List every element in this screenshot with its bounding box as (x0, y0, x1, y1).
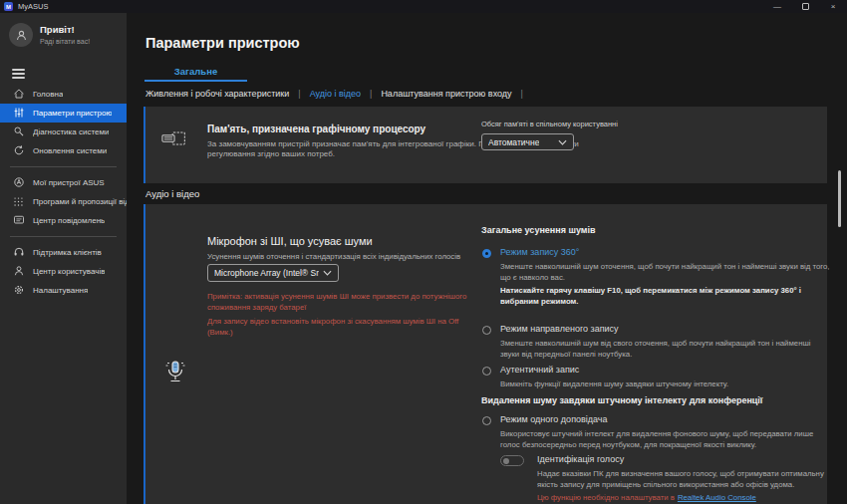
tab-general[interactable]: Загальне (144, 66, 247, 77)
minimize-button[interactable]: — (763, 0, 791, 13)
subnav-audio-video[interactable]: Аудіо і відео (310, 89, 361, 99)
mic-ai-title: Мікрофон зі ШІ, що усуває шуми (207, 235, 373, 247)
memory-card: Пам'ять, призначена графічному процесору… (143, 107, 827, 183)
apps-grid-icon (12, 195, 25, 208)
radio-directional-recording[interactable] (482, 326, 491, 335)
mic-video-note: Для запису відео встановіть мікрофон зі … (207, 317, 474, 338)
subnav-input-device[interactable]: Налаштування пристрою входу (381, 89, 511, 99)
app-title: MyASUS (18, 2, 48, 11)
sidebar-item-label: Центр користувачів (33, 267, 105, 276)
person-icon (12, 265, 25, 278)
audio-video-card: Мікрофон зі ШІ, що усуває шуми Усунення … (143, 204, 827, 504)
subnav-separator: | (298, 89, 300, 99)
sidebar-item-label: Центр повідомлень (33, 216, 105, 225)
greeting-title: Привіт! (40, 24, 90, 36)
sidebar-item-home[interactable]: Головна (0, 85, 127, 104)
vertical-scrollbar[interactable] (838, 170, 841, 227)
subnav: Живлення і робочі характеристики | Аудіо… (145, 89, 532, 99)
sidebar-item-label: Налаштування (33, 286, 88, 295)
general-noise-heading: Загальне усунення шумів (481, 225, 596, 235)
diagnostics-icon (12, 126, 25, 138)
subnav-power-performance[interactable]: Живлення і робочі характеристики (145, 89, 289, 99)
sidebar-item-apps-offers[interactable]: Програми й пропозиції від... (0, 192, 127, 211)
sidebar-item-label: Програми й пропозиції від... (33, 197, 127, 206)
headset-icon (12, 246, 25, 259)
sidebar-item-my-asus-devices[interactable]: Мої пристрої ASUS (0, 173, 127, 192)
radio-360-desc: Зменште навколишній шум оточення, щоб по… (500, 262, 831, 283)
tab-underline (144, 80, 247, 82)
sidebar-item-device-settings[interactable]: Параметри пристрою (0, 104, 127, 123)
subnav-separator: | (370, 89, 372, 99)
update-icon (12, 144, 25, 157)
close-button[interactable]: × (819, 0, 847, 13)
myasus-window: M MyASUS — × Привіт! Раді вітати вас! (0, 0, 847, 504)
app-logo-icon: M (4, 2, 13, 11)
subnav-separator: | (521, 89, 523, 99)
sidebar-item-message-center[interactable]: Центр повідомлень (0, 211, 127, 230)
sidebar-item-customer-support[interactable]: Підтримка клієнтів (0, 243, 127, 262)
user-icon (15, 29, 28, 42)
sidebar-item-label: Параметри пристрою (33, 109, 112, 118)
sliders-icon (12, 107, 25, 120)
devices-icon (12, 176, 25, 189)
radio-authentic-recording[interactable] (482, 367, 491, 376)
sidebar-item-system-update[interactable]: Оновлення системи (0, 141, 127, 160)
page-title: Параметри пристрою (145, 35, 300, 51)
radio-directional-label[interactable]: Режим направленого запису (500, 324, 619, 334)
microphone-icon (163, 360, 187, 389)
memory-amount-select[interactable]: Автоматичне (481, 133, 574, 150)
gpu-memory-icon (161, 128, 189, 151)
radio-360-label[interactable]: Режим запису 360° (500, 247, 579, 257)
voice-id-label: Ідентифікація голосу (537, 454, 624, 464)
radio-single-presenter-desc: Використовує штучний інтелект для видале… (500, 429, 831, 450)
greeting: Привіт! Раді вітати вас! (0, 13, 127, 47)
microphone-select-value: Microphone Array (Intel® Smart S (214, 268, 319, 278)
radio-authentic-label[interactable]: Аутентичний запис (500, 365, 579, 375)
voice-id-note-text: Цю функцію необхідно налаштувати в (537, 493, 675, 502)
radio-360-hotkey-note: Натискайте гарячу клавішу F10, щоб перем… (500, 286, 829, 307)
message-icon (12, 214, 25, 227)
memory-select-label: Обсяг пам'яті в спільному користуванні (481, 120, 618, 128)
main-content: Параметри пристрою Загальне Живлення і р… (127, 13, 847, 504)
sidebar-item-label: Головна (33, 90, 63, 99)
sidebar: Привіт! Раді вітати вас! Головна Парамет… (0, 13, 127, 504)
titlebar: M MyASUS — × (0, 0, 847, 13)
voice-id-toggle[interactable] (500, 455, 524, 466)
hamburger-menu-icon[interactable] (12, 69, 25, 79)
memory-select-value: Автоматичне (488, 137, 539, 147)
conference-heading: Видалення шуму завдяки штучному інтелект… (481, 395, 762, 405)
microphone-select[interactable]: Microphone Array (Intel® Smart S (207, 264, 339, 282)
sidebar-item-system-diagnosis[interactable]: Діагностика системи (0, 123, 127, 141)
voice-id-note: Цю функцію необхідно налаштувати вRealte… (537, 493, 756, 502)
sidebar-item-settings[interactable]: Налаштування (0, 281, 127, 300)
gear-icon (12, 284, 25, 297)
mic-battery-note: Примітка: активація усунення шумів ШІ мо… (207, 292, 474, 313)
maximize-button[interactable] (791, 0, 819, 13)
chevron-down-icon (323, 270, 332, 276)
sidebar-divider (10, 236, 117, 237)
chevron-down-icon (558, 139, 567, 145)
toggle-knob (503, 458, 509, 464)
voice-id-desc: Надає вказівки ПК для визначення вашого … (537, 469, 836, 490)
sidebar-item-label: Діагностика системи (33, 127, 109, 136)
greeting-subtitle: Раді вітати вас! (40, 38, 90, 47)
radio-360-recording[interactable] (482, 249, 491, 258)
radio-single-presenter[interactable] (482, 416, 491, 425)
memory-title: Пам'ять, призначена графічному процесору (207, 124, 425, 134)
sidebar-item-label: Оновлення системи (33, 146, 107, 155)
sidebar-item-label: Підтримка клієнтів (33, 248, 102, 257)
section-label-audio-video: Аудіо і відео (145, 188, 199, 199)
window-controls: — × (763, 0, 847, 13)
sidebar-divider (10, 166, 117, 167)
sidebar-item-user-center[interactable]: Центр користувачів (0, 262, 127, 281)
home-icon (12, 88, 25, 101)
mic-ai-subtitle: Усунення шумів оточення і стандартизація… (207, 252, 486, 261)
maximize-icon (802, 3, 809, 10)
radio-directional-desc: Зменште навколишній шум від свого оточен… (500, 339, 831, 360)
realtek-audio-console-link[interactable]: Realtek Audio Console (678, 493, 756, 502)
avatar[interactable] (9, 23, 33, 47)
sidebar-item-label: Мої пристрої ASUS (33, 178, 105, 187)
radio-authentic-desc: Вимкніть функції видалення шуму завдяки … (500, 379, 831, 390)
radio-single-presenter-label[interactable]: Режим одного доповідача (500, 414, 608, 424)
